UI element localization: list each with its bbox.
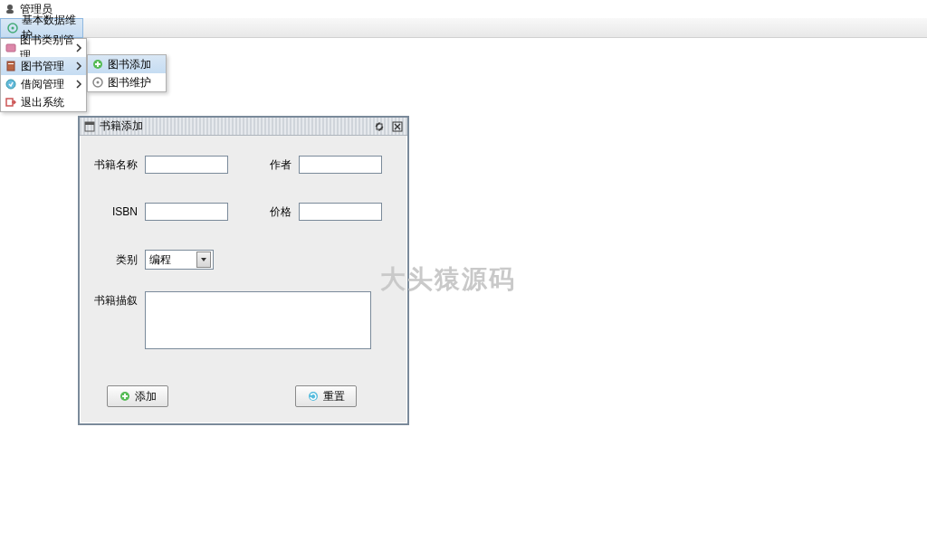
label-description: 书籍描叙 bbox=[89, 293, 138, 308]
label-category: 类别 bbox=[89, 252, 138, 268]
svg-rect-1 bbox=[6, 10, 14, 14]
add-button[interactable]: 添加 bbox=[107, 385, 168, 407]
maximize-icon[interactable] bbox=[373, 120, 386, 133]
svg-rect-6 bbox=[8, 63, 14, 64]
exit-icon bbox=[5, 96, 17, 109]
textarea-description[interactable] bbox=[145, 291, 371, 349]
dropdown-item-book-manage[interactable]: 图书管理 bbox=[1, 57, 86, 75]
dropdown-item-label: 图书管理 bbox=[21, 59, 64, 74]
svg-rect-13 bbox=[85, 122, 94, 125]
dialog-add-book: 书籍添加 书籍名称 作者 ISBN 价格 类别 编程 bbox=[78, 116, 409, 425]
dialog-titlebar[interactable]: 书籍添加 bbox=[80, 118, 407, 136]
dropdown-item-exit[interactable]: 退出系统 bbox=[1, 93, 86, 111]
category-icon bbox=[5, 42, 16, 54]
input-isbn[interactable] bbox=[145, 203, 228, 221]
reset-icon bbox=[307, 390, 320, 403]
input-price[interactable] bbox=[299, 203, 382, 221]
reset-button-label: 重置 bbox=[323, 389, 345, 404]
dropdown-item-label: 借阅管理 bbox=[21, 77, 64, 92]
dropdown-item-label: 图书维护 bbox=[108, 75, 151, 90]
dropdown-item-book-maintain[interactable]: 图书维护 bbox=[88, 73, 166, 91]
dialog-title: 书籍添加 bbox=[100, 119, 143, 134]
input-author[interactable] bbox=[299, 156, 382, 174]
add-icon bbox=[119, 390, 131, 403]
add-button-label: 添加 bbox=[135, 389, 157, 404]
label-author: 作者 bbox=[255, 157, 291, 173]
svg-point-7 bbox=[6, 80, 15, 89]
label-book-name: 书籍名称 bbox=[89, 157, 138, 173]
dropdown-basic-data: 图书类别管理 图书管理 借阅管理 退出系统 bbox=[0, 38, 87, 112]
select-category-value: 编程 bbox=[149, 252, 171, 268]
svg-point-3 bbox=[11, 27, 14, 30]
select-category[interactable]: 编程 bbox=[145, 250, 214, 270]
dropdown-item-book-category[interactable]: 图书类别管理 bbox=[1, 39, 86, 57]
borrow-icon bbox=[5, 78, 17, 90]
svg-point-11 bbox=[97, 81, 100, 84]
dialog-body: 书籍名称 作者 ISBN 价格 类别 编程 书籍描叙 bbox=[80, 136, 407, 423]
add-icon bbox=[91, 58, 104, 71]
svg-rect-8 bbox=[6, 99, 13, 106]
input-book-name[interactable] bbox=[145, 156, 228, 174]
svg-rect-5 bbox=[7, 62, 14, 71]
dropdown-book-manage-sub: 图书添加 图书维护 bbox=[87, 54, 167, 92]
app-titlebar: 管理员 bbox=[0, 0, 927, 18]
chevron-right-icon bbox=[75, 61, 82, 73]
chevron-right-icon bbox=[75, 43, 82, 55]
book-icon bbox=[5, 60, 17, 72]
dropdown-item-borrow-manage[interactable]: 借阅管理 bbox=[1, 75, 86, 93]
maintain-icon bbox=[91, 76, 104, 89]
close-icon[interactable] bbox=[391, 120, 404, 133]
gear-icon bbox=[6, 22, 18, 34]
dropdown-item-label: 退出系统 bbox=[21, 95, 64, 110]
label-isbn: ISBN bbox=[89, 205, 138, 218]
chevron-down-icon[interactable] bbox=[196, 252, 211, 268]
label-price: 价格 bbox=[255, 204, 291, 220]
svg-rect-4 bbox=[6, 44, 15, 52]
dropdown-item-book-add[interactable]: 图书添加 bbox=[88, 55, 166, 73]
svg-point-0 bbox=[7, 5, 13, 10]
window-icon bbox=[83, 120, 96, 133]
dropdown-item-label: 图书添加 bbox=[108, 57, 151, 72]
menubar: 基本数据维护 bbox=[0, 18, 927, 38]
app-icon bbox=[4, 3, 16, 15]
chevron-right-icon bbox=[75, 79, 82, 91]
reset-button[interactable]: 重置 bbox=[295, 385, 357, 407]
